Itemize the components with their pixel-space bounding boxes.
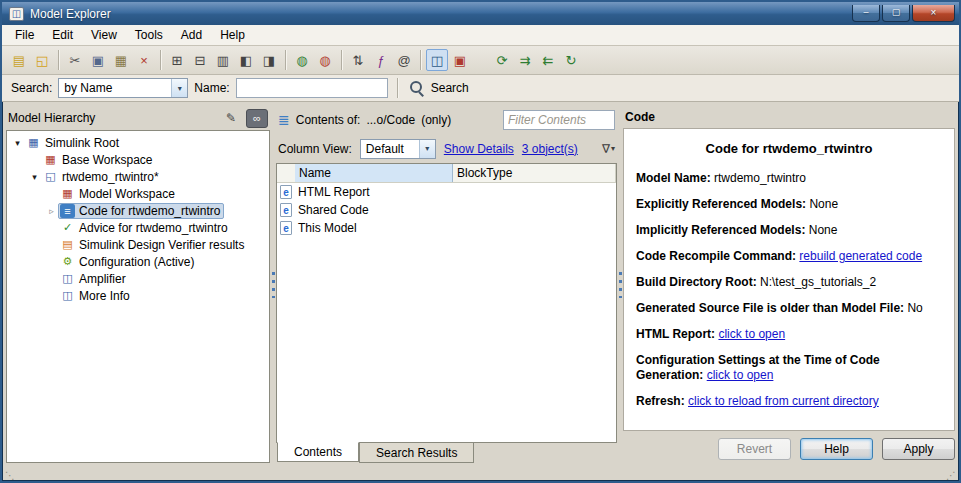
block-icon: ◫ [60, 272, 75, 286]
field-label: Implicitly Referenced Models: [636, 223, 809, 237]
tree-item-code-for-rtwdemo-rtwintro[interactable]: ▹≡Code for rtwdemo_rtwintro [7, 202, 269, 219]
tree-item-configuration-active[interactable]: ⚙Configuration (Active) [7, 253, 269, 270]
menu-item-add[interactable]: Add [172, 25, 211, 45]
name-label: Name: [194, 81, 229, 95]
cut-icon[interactable]: ✂ [64, 49, 86, 71]
revert-changes-icon[interactable]: ⇇ [537, 49, 559, 71]
model-explorer-window: ◫ Model Explorer – ▢ × FileEditViewTools… [0, 0, 961, 483]
glasses-icon[interactable]: ∞ [246, 109, 268, 128]
propagate-icon[interactable]: ⇉ [514, 49, 536, 71]
filter-contents-input[interactable] [503, 110, 615, 130]
field-value[interactable]: click to open [707, 368, 774, 382]
tree-item-model-workspace[interactable]: ▦Model Workspace [7, 185, 269, 202]
menu-item-edit[interactable]: Edit [43, 25, 82, 45]
tree-item-amplifier[interactable]: ◫Amplifier [7, 270, 269, 287]
column-view-dropdown[interactable]: Default ▾ [360, 139, 436, 159]
minimize-button[interactable]: – [852, 5, 880, 22]
tree-item-simulink-design-verifier-results[interactable]: ▤Simulink Design Verifier results [7, 236, 269, 253]
name-search-input[interactable] [236, 78, 388, 98]
tree-item-more-info[interactable]: ◫More Info [7, 287, 269, 304]
filter-options-icon[interactable]: ∇ ▾ [602, 142, 615, 156]
column-header-name[interactable]: Name [295, 164, 453, 182]
new-model-icon[interactable]: ▤ [8, 49, 30, 71]
column-view-value: Default [366, 142, 404, 156]
objects-count-link[interactable]: 3 object(s) [522, 142, 578, 156]
detail-field-generated-source-file-is-older-than-model-file: Generated Source File is older than Mode… [636, 301, 942, 316]
maximize-button[interactable]: ▢ [882, 5, 910, 22]
contents-tabs: ContentsSearch Results [276, 443, 617, 463]
web-red-icon[interactable]: ◍ [314, 49, 336, 71]
tree-item-label: Advice for rtwdemo_rtwintro [79, 221, 228, 235]
collapse-all-icon[interactable]: ⊟ [189, 49, 211, 71]
pencil-icon[interactable]: ✎ [220, 109, 242, 128]
search-button[interactable]: Search [407, 79, 469, 97]
sort-icon[interactable]: ⇅ [347, 49, 369, 71]
expand-all-icon[interactable]: ⊞ [166, 49, 188, 71]
apply-button[interactable]: Apply [882, 438, 955, 460]
config-icon: ⚙ [60, 255, 75, 269]
show-details-link[interactable]: Show Details [444, 142, 514, 156]
table-row-shared-code[interactable]: eShared Code [277, 201, 616, 219]
tree-item-content: ◫Amplifier [58, 271, 130, 287]
menu-item-view[interactable]: View [82, 25, 126, 45]
delete-icon[interactable]: × [133, 49, 155, 71]
tree-item-content: ▤Simulink Design Verifier results [58, 237, 248, 253]
detail-fields: Model Name: rtwdemo_rtwintroExplicitly R… [636, 171, 942, 409]
web-green-icon[interactable]: ◍ [291, 49, 313, 71]
table-row-html-report[interactable]: eHTML Report [277, 183, 616, 201]
expander-icon[interactable]: ▾ [28, 172, 41, 182]
cell-name: HTML Report [295, 185, 453, 199]
close-button[interactable]: × [912, 5, 955, 22]
tab-search-results[interactable]: Search Results [359, 443, 474, 463]
model-hierarchy-panel: Model Hierarchy ✎ ∞ ▾▦Simulink Root▦Base… [6, 106, 270, 463]
at-icon[interactable]: @ [393, 49, 415, 71]
tree-item-label: rtwdemo_rtwintro* [62, 170, 159, 184]
tab-contents[interactable]: Contents [277, 442, 359, 462]
funnel-icon: ∇ [602, 142, 610, 156]
help-button[interactable]: Help [800, 438, 873, 460]
resize-grip-icon[interactable]: ⋰ [946, 471, 956, 481]
model-hierarchy-tree: ▾▦Simulink Root▦Base Workspace▾◱rtwdemo_… [6, 130, 270, 463]
separator [397, 78, 398, 98]
menu-item-file[interactable]: File [6, 25, 43, 45]
menu-item-tools[interactable]: Tools [126, 25, 172, 45]
split-left-icon[interactable]: ◧ [235, 49, 257, 71]
tree-item-advice-for-rtwdemo-rtwintro[interactable]: ✓Advice for rtwdemo_rtwintro [7, 219, 269, 236]
menu-item-help[interactable]: Help [211, 25, 254, 45]
update-diagram-icon[interactable]: ⟳ [491, 49, 513, 71]
window-title: Model Explorer [30, 7, 111, 21]
column-view-toggle-icon[interactable]: ◫ [426, 49, 448, 71]
field-value: No [907, 301, 922, 315]
tree-item-base-workspace[interactable]: ▦Base Workspace [7, 151, 269, 168]
paste-icon[interactable]: ▦ [110, 49, 132, 71]
table-row-this-model[interactable]: eThis Model [277, 219, 616, 237]
field-label: Build Directory Root: [636, 275, 760, 289]
refresh-icon[interactable]: ↻ [560, 49, 582, 71]
tree-item-rtwdemo-rtwintro[interactable]: ▾◱rtwdemo_rtwintro* [7, 168, 269, 185]
detail-field-configuration-settings-at-the-time-of-code-generation: Configuration Settings at the Time of Co… [636, 353, 942, 383]
table-body: eHTML ReporteShared CodeeThis Model [277, 183, 616, 442]
open-icon[interactable]: ◱ [31, 49, 53, 71]
detail-field-build-directory-root: Build Directory Root: N:\test_gs_tutoria… [636, 275, 942, 290]
field-value[interactable]: click to reload from current directory [688, 394, 879, 408]
expander-icon[interactable]: ▾ [11, 138, 24, 148]
dialog-pane-icon[interactable]: ▣ [449, 49, 471, 71]
function-icon[interactable]: ƒ [370, 49, 392, 71]
detail-panel-title: Code [623, 106, 955, 128]
search-type-dropdown[interactable]: by Name ▾ [58, 78, 188, 98]
cell-name: This Model [295, 221, 453, 235]
column-header-blocktype[interactable]: BlockType [453, 164, 616, 182]
detail-field-code-recompile-command: Code Recompile Command: rebuild generate… [636, 249, 942, 264]
contents-panel: ≣ Contents of: ...o/Code (only) Column V… [276, 106, 617, 463]
toolbar-separator [160, 50, 161, 70]
tree-item-simulink-root[interactable]: ▾▦Simulink Root [7, 134, 269, 151]
expander-icon[interactable]: ▹ [45, 206, 58, 216]
copy-icon[interactable]: ▣ [87, 49, 109, 71]
list-view-icon[interactable]: ▥ [212, 49, 234, 71]
cell-name: Shared Code [295, 203, 453, 217]
field-value: None [809, 197, 838, 211]
split-right-icon[interactable]: ◨ [258, 49, 280, 71]
field-value[interactable]: click to open [718, 327, 785, 341]
field-value[interactable]: rebuild generated code [799, 249, 922, 263]
contents-toolbar: Column View: Default ▾ Show Details 3 ob… [276, 134, 617, 163]
